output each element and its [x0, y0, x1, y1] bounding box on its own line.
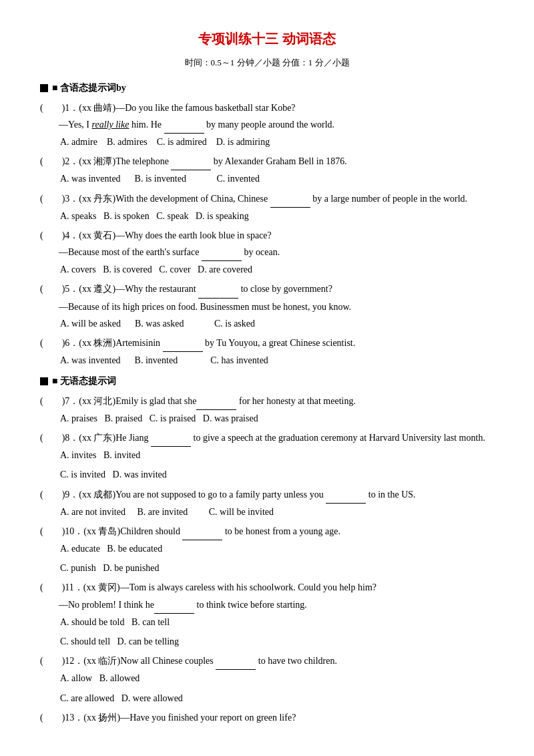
question-2: ( )2．(xx 湘潭)The telephone by Alexander G…: [40, 153, 494, 187]
q7-paren: ( ): [40, 396, 65, 406]
question-11: ( )11．(xx 黄冈)—Tom is always careless wit…: [40, 579, 494, 650]
q3-paren: ( ): [40, 194, 65, 204]
q10-paren: ( ): [40, 526, 65, 536]
question-9: ( )9．(xx 成都)You are not supposed to go t…: [40, 486, 494, 520]
q12-paren: ( ): [40, 656, 65, 666]
q8-paren: ( ): [40, 433, 65, 443]
q5-paren: ( ): [40, 284, 65, 294]
q2-paren: ( ): [40, 156, 65, 166]
question-5: ( )5．(xx 遵义)—Why the restaurant to close…: [40, 280, 494, 332]
page-title: 专项训练十三 动词语态: [40, 27, 494, 51]
q1-num: 1．: [65, 103, 79, 113]
section1-header: ■ 含语态提示词by: [40, 79, 494, 96]
question-4: ( )4．(xx 黄石)—Why does the earth look blu…: [40, 227, 494, 278]
q1-paren: ( ): [40, 103, 65, 113]
q4-paren: ( ): [40, 230, 65, 240]
q13-paren: ( ): [40, 713, 65, 723]
question-7: ( )7．(xx 河北)Emily is glad that she for h…: [40, 393, 494, 427]
q9-paren: ( ): [40, 490, 65, 500]
q11-paren: ( ): [40, 582, 65, 592]
question-12: ( )12．(xx 临沂)Now all Chinese couples to …: [40, 652, 494, 707]
question-8: ( )8．(xx 广东)He Jiang to give a speech at…: [40, 429, 494, 484]
question-10: ( )10．(xx 青岛)Children should to be hones…: [40, 523, 494, 577]
q6-paren: ( ): [40, 338, 65, 348]
section2-header: ■ 无语态提示词: [40, 373, 494, 389]
page-subtitle: 时间：0.5～1 分钟／小题 分值：1 分／小题: [40, 55, 494, 70]
question-1: ( )1．(xx 曲靖)—Do you like the famous bask…: [40, 100, 494, 151]
question-3: ( )3．(xx 丹东)With the development of Chin…: [40, 190, 494, 224]
q1-region: (xx 曲靖): [79, 103, 115, 113]
question-6: ( )6．(xx 株洲)Artemisinin by Tu Youyou, a …: [40, 335, 494, 369]
question-13: ( )13．(xx 扬州)—Have you finished your rep…: [40, 709, 494, 726]
